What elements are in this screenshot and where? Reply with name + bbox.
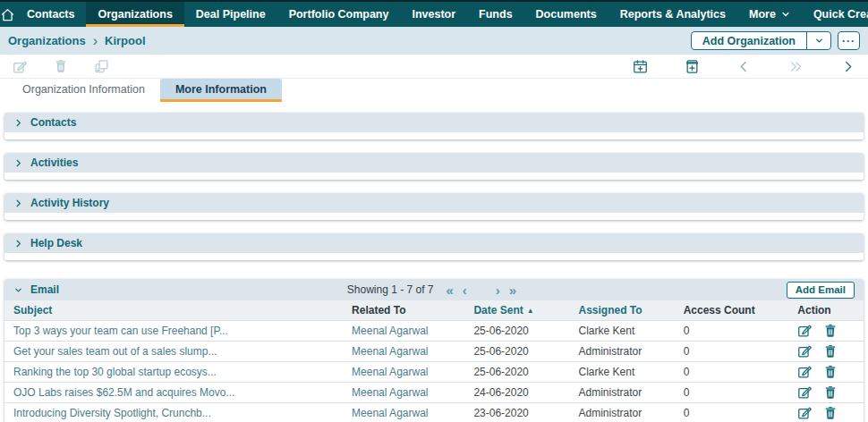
- column-header-related-to: Related To: [346, 300, 468, 320]
- related-to-cell[interactable]: Meenal Agarwal: [346, 402, 468, 422]
- top-navbar: ContactsOrganizationsDeal PipelinePortfo…: [0, 2, 868, 27]
- email-section-title: Email: [30, 283, 59, 296]
- first-page-icon[interactable]: «: [442, 283, 458, 297]
- record-tabs: Organization Information More Informatio…: [0, 79, 868, 102]
- toolbar-left-icons: [13, 59, 109, 74]
- last-page-icon[interactable]: »: [505, 283, 521, 297]
- edit-icon[interactable]: [797, 405, 813, 420]
- email-table-body: Top 3 ways your team can use Freehand [P…: [4, 320, 864, 422]
- breadcrumb-separator-icon: ›: [93, 33, 98, 49]
- related-to-cell[interactable]: Meenal Agarwal: [346, 341, 468, 361]
- showing-count-text: Showing 1 - 7 of 7: [347, 283, 434, 296]
- delete-icon[interactable]: [823, 385, 838, 400]
- section-card-help-desk: Help Desk: [4, 233, 864, 260]
- chevron-right-icon: [13, 158, 23, 168]
- breadcrumb-current: Kirpool: [105, 34, 146, 47]
- table-row: OJO Labs raises $62.5M and acquires Movo…: [4, 382, 864, 402]
- email-section-toggle[interactable]: Email: [13, 283, 219, 296]
- section-header-activities[interactable]: Activities: [4, 153, 864, 173]
- access-count-cell: 0: [678, 382, 793, 402]
- chevron-right-icon[interactable]: [840, 59, 855, 74]
- add-email-button[interactable]: Add Email: [787, 282, 855, 299]
- nav-item-reports-analytics[interactable]: Reports & Analytics: [608, 2, 737, 27]
- nav-item-label: More: [749, 8, 776, 21]
- section-header-help-desk[interactable]: Help Desk: [4, 233, 864, 253]
- column-header-assigned-to[interactable]: Assigned To: [574, 300, 678, 320]
- related-to-cell[interactable]: Meenal Agarwal: [346, 320, 468, 341]
- delete-icon[interactable]: [823, 324, 838, 338]
- row-action-buttons: [797, 405, 858, 420]
- add-organization-button[interactable]: Add Organization: [692, 32, 806, 49]
- pager-controls: «‹›»: [442, 283, 522, 297]
- related-to-cell[interactable]: Meenal Agarwal: [346, 361, 468, 382]
- subject-cell[interactable]: Introducing Diversity Spotlight, Crunchb…: [4, 402, 346, 422]
- nav-item-quick-create[interactable]: Quick Create: [802, 2, 868, 27]
- subject-cell[interactable]: OJO Labs raises $62.5M and acquires Movo…: [4, 382, 346, 402]
- date-sent-cell: 24-06-2020: [468, 382, 573, 402]
- table-row: Top 3 ways your team can use Freehand [P…: [4, 320, 864, 341]
- action-cell: [792, 402, 864, 422]
- access-count-cell: 0: [678, 402, 793, 422]
- assigned-to-cell: Clarke Kent: [574, 320, 678, 341]
- note-add-icon[interactable]: [685, 59, 700, 74]
- nav-item-investor[interactable]: Investor: [400, 2, 467, 27]
- section-body: [4, 213, 864, 220]
- add-organization-split-button: Add Organization: [691, 31, 831, 50]
- subject-cell[interactable]: Get your sales team out of a sales slump…: [4, 341, 346, 361]
- email-table-header-row: SubjectRelated ToDate Sent▲Assigned ToAc…: [4, 300, 864, 320]
- subject-cell[interactable]: Ranking the top 30 global startup ecosys…: [4, 361, 346, 382]
- assigned-to-cell: Clarke Kent: [574, 361, 678, 382]
- nav-item-documents[interactable]: Documents: [524, 2, 608, 27]
- edit-icon[interactable]: [797, 323, 813, 338]
- chevron-left-icon[interactable]: [736, 59, 752, 74]
- delete-icon[interactable]: [823, 406, 838, 420]
- row-action-buttons: [797, 323, 858, 338]
- chevron-down-icon: [814, 36, 824, 46]
- next-page-icon[interactable]: ›: [491, 283, 505, 297]
- tab-more-information[interactable]: More Information: [160, 79, 282, 102]
- related-to-cell[interactable]: Meenal Agarwal: [346, 382, 468, 402]
- section-title: Contacts: [30, 116, 76, 129]
- access-count-cell: 0: [678, 341, 793, 361]
- assigned-to-cell: Administrator: [574, 382, 678, 402]
- chevron-right-icon: [13, 118, 23, 128]
- column-header-access-count: Access Count: [678, 300, 793, 320]
- nav-item-contacts[interactable]: Contacts: [15, 2, 86, 27]
- nav-item-funds[interactable]: Funds: [467, 2, 524, 27]
- row-action-buttons: [797, 364, 858, 379]
- chevron-down-icon: [781, 10, 790, 19]
- more-options-button[interactable]: ···: [838, 31, 860, 50]
- nav-item-organizations[interactable]: Organizations: [86, 2, 183, 27]
- nav-item-label: Funds: [479, 8, 513, 21]
- nav-item-label: Quick Create: [813, 8, 868, 21]
- section-card-activities: Activities: [4, 153, 864, 180]
- delete-icon[interactable]: [823, 344, 838, 359]
- breadcrumb-parent[interactable]: Organizations: [8, 34, 86, 47]
- edit-icon[interactable]: [797, 384, 813, 400]
- double-chevron-right-icon: [788, 59, 804, 74]
- page-content: ContactsActivitiesActivity HistoryHelp D…: [0, 102, 868, 422]
- tab-organization-information[interactable]: Organization Information: [7, 79, 160, 102]
- column-header-subject[interactable]: Subject: [4, 300, 346, 320]
- section-header-contacts[interactable]: Contacts: [4, 113, 864, 132]
- column-header-date-sent[interactable]: Date Sent▲: [468, 300, 573, 320]
- collapsed-sections: ContactsActivitiesActivity HistoryHelp D…: [3, 113, 865, 260]
- subject-cell[interactable]: Top 3 ways your team can use Freehand [P…: [4, 320, 346, 341]
- nav-item-portfolio-company[interactable]: Portfolio Company: [277, 2, 401, 27]
- email-section-header: Email Showing 1 - 7 of 7 «‹›» Add Email: [4, 279, 864, 300]
- date-sent-cell: 25-06-2020: [468, 361, 573, 382]
- edit-icon[interactable]: [797, 364, 813, 379]
- prev-page-icon[interactable]: ‹: [458, 283, 472, 297]
- add-organization-caret-button[interactable]: [806, 32, 830, 49]
- nav-item-deal-pipeline[interactable]: Deal Pipeline: [184, 2, 277, 27]
- calendar-add-icon[interactable]: [633, 59, 648, 74]
- home-button[interactable]: [0, 2, 15, 27]
- section-header-activity-history[interactable]: Activity History: [4, 193, 864, 213]
- chevron-down-icon: [13, 285, 23, 295]
- nav-item-label: Contacts: [27, 8, 74, 21]
- delete-icon[interactable]: [823, 365, 838, 379]
- email-table-wrap: SubjectRelated ToDate Sent▲Assigned ToAc…: [4, 300, 864, 422]
- delete-icon: [54, 59, 68, 74]
- nav-item-more[interactable]: More: [737, 2, 802, 27]
- edit-icon[interactable]: [797, 343, 813, 359]
